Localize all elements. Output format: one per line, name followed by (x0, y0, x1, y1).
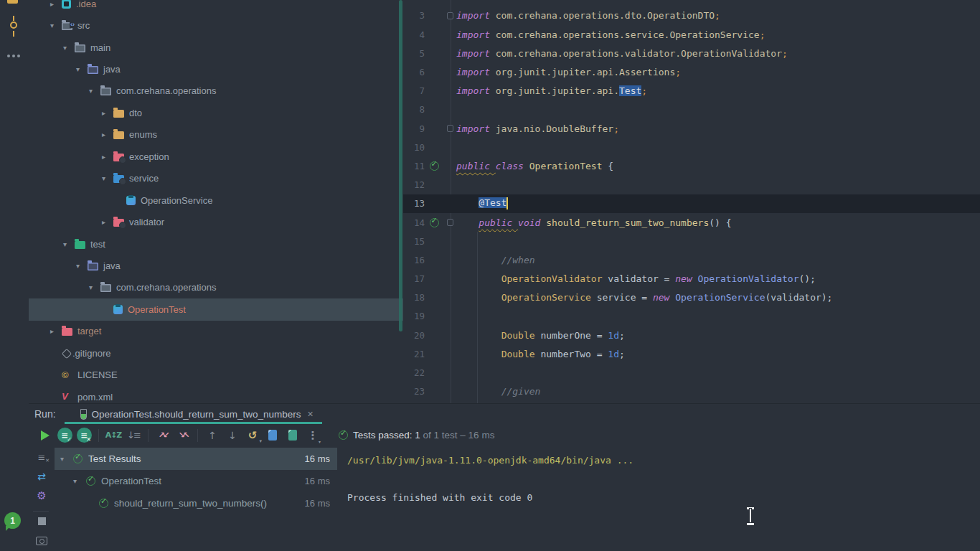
next-occurrence-button-icon[interactable]: ↓ (225, 428, 240, 443)
code-editor[interactable]: 3import com.crehana.operations.dto.Opera… (403, 0, 980, 403)
editor-line-9[interactable]: 9import java.nio.DoubleBuffer; (403, 119, 980, 138)
partial-tool-icon[interactable] (7, 0, 18, 4)
code-text[interactable]: Double numberOne = 1d; (456, 330, 625, 341)
rerun-button-icon[interactable] (37, 428, 53, 443)
sort-alphabetically-toggle-icon[interactable]: A↕Z (105, 428, 121, 443)
editor-line-19[interactable]: 19 (403, 307, 980, 326)
chevron-open-icon[interactable]: ▾ (63, 240, 75, 248)
editor-line-4[interactable]: 4import com.crehana.operations.service.O… (403, 25, 980, 44)
chevron-open-icon[interactable]: ▾ (89, 283, 100, 291)
test-passed-gutter-icon[interactable] (430, 218, 439, 227)
editor-line-14[interactable]: 14 public void should_return_sum_two_num… (403, 213, 980, 232)
code-text[interactable]: import com.crehana.operations.dto.Operat… (456, 10, 720, 21)
tree-item-src[interactable]: ▾src (29, 14, 403, 36)
sort-by-duration-toggle-icon[interactable]: ↓≡ (126, 428, 141, 443)
code-text[interactable]: //when (456, 255, 535, 265)
tree-item-operationservice[interactable]: OperationService (29, 189, 403, 211)
test-result-test-results[interactable]: ▾Test Results16 ms (55, 448, 337, 470)
editor-line-20[interactable]: 20 Double numberOne = 1d; (403, 326, 980, 344)
expand-all-button-icon[interactable]: ↗↙ (155, 428, 171, 443)
editor-line-18[interactable]: 18 OperationService service = new Operat… (403, 288, 980, 307)
editor-line-8[interactable]: 8 (403, 100, 980, 119)
tree-item-test[interactable]: ▾test (29, 233, 403, 255)
chevron-open-icon[interactable]: ▾ (76, 65, 88, 73)
code-text[interactable]: import com.crehana.operations.service.Op… (456, 29, 765, 40)
tree-item-com-crehana-operations[interactable]: ▾com.crehana.operations (29, 277, 403, 298)
test-result-operationtest[interactable]: ▾OperationTest16 ms (55, 470, 337, 492)
tree-item-java[interactable]: ▾java (29, 255, 403, 276)
editor-line-3[interactable]: 3import com.crehana.operations.dto.Opera… (403, 6, 980, 25)
editor-line-17[interactable]: 17 OperationValidator validator = new Op… (403, 270, 980, 288)
tree-item-enums[interactable]: ▸enums (29, 124, 403, 146)
tree-item-validator[interactable]: ▸validator (29, 211, 403, 232)
run-configuration-tab[interactable]: OperationTest.should_return_sum_two_numb… (65, 404, 322, 424)
project-scrollbar[interactable] (398, 0, 403, 403)
tree-item-com-crehana-operations[interactable]: ▾com.crehana.operations (29, 80, 403, 102)
editor-line-10[interactable]: 10 (403, 138, 980, 156)
code-text[interactable]: import com.crehana.operations.validator.… (456, 48, 788, 59)
show-passed-toggle-icon[interactable] (57, 428, 72, 443)
chevron-open-icon[interactable]: ▾ (50, 22, 62, 29)
fold-marker-icon[interactable] (447, 219, 453, 226)
tree-item-main[interactable]: ▾main (29, 37, 403, 58)
editor-line-5[interactable]: 5import com.crehana.operations.validator… (403, 44, 980, 62)
editor-line-12[interactable]: 12 (403, 176, 980, 194)
chevron-open-icon[interactable]: ▾ (73, 477, 86, 485)
console-output[interactable]: /usr/lib/jvm/java-1.11.0-openjdk-amd64/b… (337, 446, 980, 551)
tree-item-java[interactable]: ▾java (29, 58, 403, 80)
show-ignored-toggle-icon[interactable] (77, 428, 92, 443)
chevron-closed-icon[interactable]: ▸ (50, 327, 62, 335)
editor-line-11[interactable]: 11public class OperationTest { (403, 156, 980, 175)
hide-passed-button-icon[interactable]: ≡ (34, 449, 50, 465)
editor-line-7[interactable]: 7import org.junit.jupiter.api.Test; (403, 82, 980, 100)
chevron-closed-icon[interactable]: ▸ (102, 131, 113, 138)
chevron-open-icon[interactable]: ▾ (60, 455, 73, 463)
editor-line-16[interactable]: 16 //when (403, 250, 980, 269)
more-options-button-icon[interactable]: ⋮ (305, 428, 321, 443)
chevron-open-icon[interactable]: ▾ (76, 262, 88, 270)
scrollbar-thumb[interactable] (399, 0, 402, 331)
chevron-closed-icon[interactable]: ▸ (102, 109, 113, 117)
editor-line-22[interactable]: 22 (403, 363, 980, 382)
editor-line-13[interactable]: 13 @Test (403, 194, 980, 213)
tree-item-operationtest[interactable]: OperationTest (29, 298, 403, 320)
chevron-closed-icon[interactable]: ▸ (102, 153, 113, 161)
export-results-button-icon[interactable] (285, 428, 301, 443)
import-results-button-icon[interactable] (265, 428, 281, 443)
chevron-open-icon[interactable]: ▾ (102, 174, 113, 182)
test-history-button-icon[interactable]: ↺ (245, 428, 260, 443)
track-running-test-button-icon[interactable]: ⇄ (34, 468, 50, 484)
code-text[interactable]: OperationValidator validator = new Opera… (456, 273, 816, 284)
test-result-should-return-sum-two-numbers[interactable]: should_return_sum_two_numbers()16 ms (55, 492, 337, 514)
code-text[interactable]: public void should_return_sum_two_number… (456, 217, 732, 228)
fold-marker-icon[interactable] (447, 125, 453, 132)
editor-line-23[interactable]: 23 //given (403, 382, 980, 401)
code-text[interactable]: import java.nio.DoubleBuffer; (456, 123, 619, 134)
thread-dump-button-icon[interactable] (34, 533, 50, 549)
tree-item-pom-xml[interactable]: Vpom.xml (29, 386, 403, 403)
tree-item-exception[interactable]: ▸exception (29, 146, 403, 167)
notification-balloon[interactable]: 1 (4, 512, 21, 529)
chevron-closed-icon[interactable]: ▸ (50, 0, 62, 8)
chevron-closed-icon[interactable]: ▸ (102, 218, 113, 226)
tree-item-service[interactable]: ▾service (29, 168, 403, 189)
tree-item-target[interactable]: ▸target (29, 321, 403, 342)
commit-icon[interactable] (9, 16, 19, 37)
editor-line-21[interactable]: 21 Double numberTwo = 1d; (403, 344, 980, 363)
chevron-open-icon[interactable]: ▾ (63, 44, 75, 52)
test-settings-button-icon[interactable]: ⚙ (34, 488, 50, 504)
tree-item-idea[interactable]: ▸.idea (29, 0, 403, 14)
code-text[interactable]: public class OperationTest { (456, 161, 613, 171)
code-text[interactable]: Double numberTwo = 1d; (456, 349, 625, 359)
close-tab-icon[interactable]: × (308, 408, 314, 420)
tree-item-dto[interactable]: ▸dto (29, 102, 403, 123)
editor-line-15[interactable]: 15 (403, 232, 980, 250)
more-tools-icon[interactable] (7, 55, 20, 57)
editor-line-6[interactable]: 6import org.junit.jupiter.api.Assertions… (403, 62, 980, 81)
code-text[interactable]: import org.junit.jupiter.api.Test; (456, 85, 647, 96)
chevron-open-icon[interactable]: ▾ (89, 87, 100, 95)
collapse-all-button-icon[interactable]: ↘↖ (175, 428, 191, 443)
tree-item-license[interactable]: ©LICENSE (29, 364, 403, 385)
tree-item-gitignore[interactable]: .gitignore (29, 342, 403, 364)
code-text[interactable]: import org.junit.jupiter.api.Assertions; (456, 67, 681, 77)
